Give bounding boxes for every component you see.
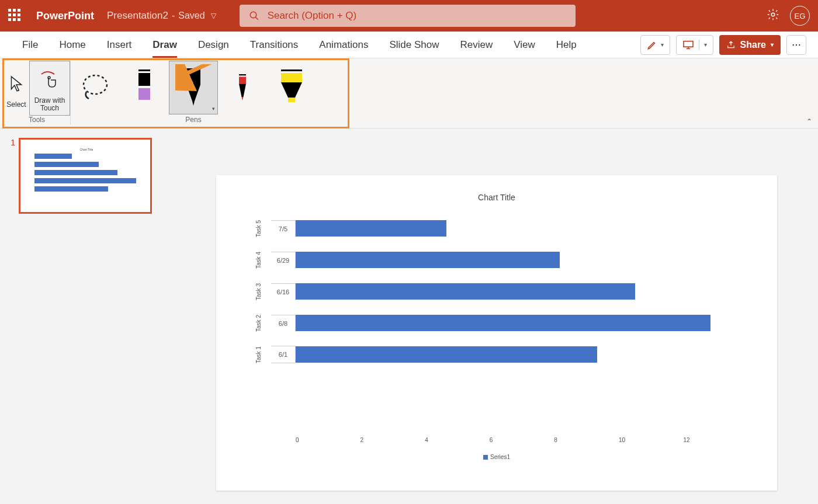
svg-marker-15: [192, 101, 195, 106]
search-icon: [249, 11, 259, 21]
present-icon: [682, 40, 694, 50]
chart-legend: Series1: [245, 454, 748, 460]
red-pen-button[interactable]: [218, 61, 267, 114]
y-category-label: Task 4: [255, 247, 262, 273]
svg-marker-18: [239, 84, 246, 97]
search-input[interactable]: Search (Option + Q): [240, 5, 576, 27]
app-name: PowerPoint: [36, 10, 94, 22]
svg-line-1: [255, 17, 258, 20]
app-launcher-icon[interactable]: [8, 9, 22, 23]
y-category-label: Task 2: [255, 310, 262, 336]
y-category-label: Task 5: [255, 215, 262, 241]
highlighter-button[interactable]: [267, 61, 316, 114]
chevron-down-icon[interactable]: ▽: [211, 12, 216, 20]
svg-rect-3: [684, 41, 693, 47]
chevron-down-icon[interactable]: ▾: [212, 106, 215, 112]
x-tick: 10: [619, 437, 684, 443]
slide-number: 1: [7, 138, 15, 214]
touch-draw-icon: [39, 71, 60, 91]
highlighter-icon: [278, 67, 306, 108]
ribbon-tabs: FileHomeInsertDrawDesignTransitionsAnima…: [0, 32, 818, 58]
bar[interactable]: [296, 346, 597, 363]
pencil-icon: [647, 40, 657, 50]
avatar[interactable]: EG: [790, 6, 810, 26]
select-tool-button[interactable]: Select: [4, 61, 29, 116]
y-category-label: Task 1: [255, 342, 262, 367]
svg-point-2: [771, 13, 775, 16]
chevron-down-icon: ▾: [661, 41, 664, 48]
bar-row: Task 36/16: [245, 276, 748, 307]
share-button[interactable]: Share ▾: [719, 35, 781, 55]
chart[interactable]: Task 57/5Task 46/29Task 36/16Task 26/8Ta…: [245, 213, 748, 435]
y-date-label: 6/16: [271, 283, 296, 300]
slide[interactable]: Chart Title Task 57/5Task 46/29Task 36/1…: [216, 175, 777, 491]
tab-file[interactable]: File: [12, 32, 48, 58]
y-category-label: Task 3: [255, 279, 262, 304]
x-tick: 6: [490, 437, 554, 443]
tab-home[interactable]: Home: [48, 32, 96, 58]
tab-draw[interactable]: Draw: [142, 32, 188, 58]
slide-canvas[interactable]: Chart Title Task 57/5Task 46/29Task 36/1…: [175, 128, 818, 504]
tab-help[interactable]: Help: [546, 32, 587, 58]
tab-insert[interactable]: Insert: [96, 32, 143, 58]
lasso-tool-button[interactable]: [71, 61, 120, 114]
svg-marker-22: [281, 82, 302, 98]
svg-rect-20: [281, 69, 302, 71]
tab-review[interactable]: Review: [449, 32, 503, 58]
draw-with-touch-button[interactable]: Draw with Touch: [29, 61, 70, 116]
svg-rect-16: [239, 74, 246, 75]
bar-row: Task 57/5: [245, 213, 748, 244]
cursor-icon: [9, 75, 24, 93]
bar-row: Task 16/1: [245, 339, 748, 370]
svg-marker-14: [186, 85, 200, 101]
svg-point-0: [250, 12, 257, 18]
y-date-label: 6/8: [271, 315, 296, 332]
share-icon: [726, 40, 736, 50]
document-name[interactable]: Presentation2 - Saved ▽: [107, 10, 216, 22]
editing-mode-button[interactable]: ▾: [640, 35, 670, 55]
chevron-down-icon: ▾: [771, 41, 774, 48]
more-button[interactable]: ⋯: [786, 35, 806, 55]
x-tick: 12: [683, 437, 748, 443]
lasso-icon: [79, 72, 111, 103]
x-tick: 4: [425, 437, 490, 443]
collapse-ribbon-button[interactable]: ⌃: [806, 117, 812, 126]
pen-icon: [234, 72, 251, 103]
tab-animations[interactable]: Animations: [309, 32, 379, 58]
eraser-icon: [133, 67, 156, 108]
x-tick: 2: [361, 437, 425, 443]
bar-row: Task 46/29: [245, 244, 748, 276]
x-tick: 8: [554, 437, 619, 443]
settings-icon[interactable]: [767, 8, 779, 23]
bar[interactable]: [296, 220, 446, 237]
tab-view[interactable]: View: [503, 32, 546, 58]
tab-transitions[interactable]: Transitions: [240, 32, 309, 58]
x-axis: 024681012: [296, 437, 748, 443]
y-date-label: 6/29: [271, 252, 296, 269]
black-pen-button[interactable]: ▾: [169, 61, 218, 114]
svg-point-9: [84, 75, 107, 94]
tab-slide-show[interactable]: Slide Show: [379, 32, 449, 58]
slide-thumbnail-1[interactable]: Chart Title: [19, 138, 152, 214]
present-button[interactable]: ▾: [676, 35, 713, 55]
workspace: 1 Chart Title Chart Title Task 57/5Task …: [0, 128, 818, 504]
svg-rect-13: [186, 68, 200, 85]
x-tick: 0: [296, 437, 361, 443]
y-date-label: 7/5: [271, 220, 296, 237]
svg-rect-10: [138, 69, 150, 71]
draw-ribbon: Select Draw with Touch Tools ▾: [0, 58, 818, 128]
svg-rect-11: [138, 73, 150, 86]
bar-row: Task 26/8: [245, 307, 748, 339]
bar[interactable]: [296, 315, 710, 331]
tab-design[interactable]: Design: [188, 32, 240, 58]
group-label-tools: Tools: [29, 116, 45, 125]
bar[interactable]: [296, 283, 635, 300]
slide-thumbnail-panel: 1 Chart Title: [0, 128, 175, 504]
group-label-pens: Pens: [185, 116, 201, 125]
svg-rect-17: [239, 77, 246, 84]
svg-point-8: [48, 77, 50, 79]
chart-title: Chart Title: [245, 193, 748, 202]
svg-rect-23: [288, 98, 295, 102]
eraser-tool-button[interactable]: [120, 61, 169, 114]
bar[interactable]: [296, 252, 560, 268]
